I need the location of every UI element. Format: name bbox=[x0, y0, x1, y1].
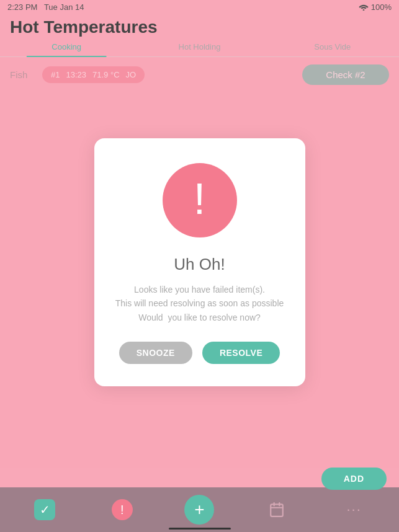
modal-title: Uh Oh! bbox=[174, 255, 225, 274]
nav-add[interactable]: + bbox=[161, 495, 238, 525]
bottom-nav: ✓ ! + ··· bbox=[0, 487, 399, 532]
status-date: Tue Jan 14 bbox=[44, 2, 84, 12]
tab-cooking[interactable]: Cooking bbox=[0, 42, 133, 56]
app-title: Hot Temperatures bbox=[10, 17, 389, 37]
snooze-button[interactable]: SNOOZE bbox=[119, 342, 192, 364]
alert-modal: ! Uh Oh! Looks like you have failed item… bbox=[94, 138, 305, 386]
calendar-icon bbox=[266, 499, 287, 520]
status-icons: 100% bbox=[359, 2, 392, 12]
more-icon: ··· bbox=[344, 499, 365, 520]
nav-more[interactable]: ··· bbox=[315, 499, 393, 520]
checklist-icon: ✓ bbox=[34, 499, 55, 520]
add-button-container: ADD bbox=[321, 468, 387, 490]
nav-alert[interactable]: ! bbox=[84, 499, 161, 520]
content-area: Fish #1 13:23 71.9 °C JO Check #2 ! Uh O… bbox=[0, 57, 399, 468]
header: Hot Temperatures bbox=[0, 14, 399, 37]
status-bar: 2:23 PM Tue Jan 14 100% bbox=[0, 0, 399, 14]
nav-calendar[interactable] bbox=[238, 499, 316, 520]
svg-rect-1 bbox=[271, 504, 283, 516]
modal-buttons: SNOOZE RESOLVE bbox=[119, 342, 280, 364]
alert-icon-circle: ! bbox=[163, 163, 237, 237]
nav-checklist[interactable]: ✓ bbox=[6, 499, 84, 520]
modal-overlay: ! Uh Oh! Looks like you have failed item… bbox=[0, 57, 399, 468]
tab-sous-vide[interactable]: Sous Vide bbox=[266, 42, 399, 56]
modal-message: Looks like you have failed item(s). This… bbox=[115, 283, 284, 324]
battery-text: 100% bbox=[371, 2, 392, 12]
status-time: 2:23 PM bbox=[7, 2, 37, 12]
wifi-icon bbox=[359, 3, 369, 11]
alert-nav-icon: ! bbox=[112, 499, 133, 520]
resolve-button[interactable]: RESOLVE bbox=[202, 342, 280, 364]
exclamation-icon: ! bbox=[194, 177, 205, 221]
tab-hot-holding[interactable]: Hot Holding bbox=[133, 42, 266, 56]
add-plus-icon: + bbox=[184, 495, 214, 525]
home-indicator bbox=[169, 528, 231, 530]
svg-point-0 bbox=[362, 9, 364, 11]
add-button[interactable]: ADD bbox=[321, 468, 387, 490]
tab-bar: Cooking Hot Holding Sous Vide bbox=[0, 37, 399, 57]
